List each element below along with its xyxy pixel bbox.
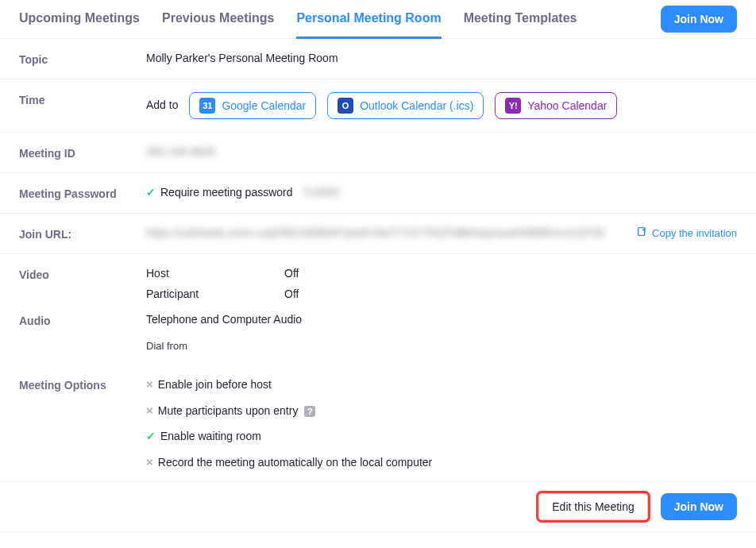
option-waiting-room: Enable waiting room <box>146 430 737 442</box>
label-meeting-id: Meeting ID <box>19 145 146 160</box>
tab-previous-meetings[interactable]: Previous Meetings <box>162 0 274 39</box>
value-join-url: https://us04web.zoom.us/j/3551958635?pwd… <box>146 226 637 239</box>
label-meeting-password: Meeting Password <box>19 186 146 200</box>
share-icon <box>637 226 647 239</box>
check-icon <box>146 186 160 199</box>
copy-invitation-link[interactable]: Copy the invitation <box>637 226 737 239</box>
video-host-value: Off <box>284 267 299 280</box>
outlook-calendar-label: Outlook Calendar (.ics) <box>360 99 473 112</box>
row-meeting-id: Meeting ID 355-195-8635 <box>0 133 756 173</box>
join-now-button-bottom[interactable]: Join Now <box>661 493 737 520</box>
video-host: Host Off <box>146 267 737 280</box>
tab-personal-meeting-room[interactable]: Personal Meeting Room <box>296 0 441 39</box>
meeting-id-text: 355-195-8635 <box>146 145 215 158</box>
value-time: Add to 31 Google Calendar O Outlook Cale… <box>146 92 737 119</box>
question-icon[interactable]: ? <box>304 406 315 417</box>
yahoo-calendar-button[interactable]: Y! Yahoo Calendar <box>495 92 617 119</box>
tabs: Upcoming Meetings Previous Meetings Pers… <box>19 0 661 38</box>
join-url-text: https://us04web.zoom.us/j/3551958635?pwd… <box>146 226 604 239</box>
dial-from: Dial from <box>146 340 737 352</box>
row-audio: Audio Telephone and Computer Audio Dial … <box>0 305 756 365</box>
google-calendar-icon: 31 <box>199 98 215 114</box>
password-text: 714950 <box>302 186 339 199</box>
value-meeting-password: Require meeting password 714950 <box>146 186 737 199</box>
x-icon <box>146 456 158 469</box>
label-time: Time <box>19 92 146 106</box>
video-participant-label: Participant <box>146 288 284 300</box>
value-meeting-options: Enable join before host Mute participant… <box>146 377 737 469</box>
yahoo-calendar-label: Yahoo Calendar <box>527 99 607 112</box>
join-now-button-top[interactable]: Join Now <box>661 6 737 33</box>
option-join-before-host-label: Enable join before host <box>158 378 272 391</box>
google-calendar-button[interactable]: 31 Google Calendar <box>189 92 316 119</box>
option-waiting-room-label: Enable waiting room <box>160 430 261 442</box>
video-participant-value: Off <box>284 288 299 300</box>
value-topic: Molly Parker's Personal Meeting Room <box>146 52 737 64</box>
audio-value: Telephone and Computer Audio <box>146 313 737 326</box>
option-mute-on-entry: Mute participants upon entry ? <box>146 403 737 417</box>
label-video: Video <box>19 267 146 281</box>
yahoo-calendar-icon: Y! <box>505 98 521 114</box>
video-participant: Participant Off <box>146 288 737 300</box>
outlook-calendar-icon: O <box>338 98 353 114</box>
x-icon <box>146 378 158 391</box>
copy-invitation-label: Copy the invitation <box>652 227 737 239</box>
label-meeting-options: Meeting Options <box>19 377 146 392</box>
option-join-before-host: Enable join before host <box>146 377 737 391</box>
outlook-calendar-button[interactable]: O Outlook Calendar (.ics) <box>327 92 484 119</box>
x-icon <box>146 404 158 417</box>
footer: Edit this Meeting Join Now <box>0 482 756 532</box>
option-record-local: Record the meeting automatically on the … <box>146 455 737 469</box>
row-video: Video Host Off Participant Off <box>0 254 756 305</box>
tabs-bar: Upcoming Meetings Previous Meetings Pers… <box>0 0 756 39</box>
edit-this-meeting-button[interactable]: Edit this Meeting <box>538 493 648 520</box>
value-video: Host Off Participant Off <box>146 267 737 300</box>
video-host-label: Host <box>146 267 284 280</box>
value-audio: Telephone and Computer Audio Dial from <box>146 313 737 352</box>
value-meeting-id: 355-195-8635 <box>146 145 737 158</box>
check-icon <box>146 430 160 442</box>
option-mute-on-entry-label: Mute participants upon entry <box>158 404 299 417</box>
google-calendar-label: Google Calendar <box>222 99 306 112</box>
addto-label: Add to <box>146 98 178 111</box>
row-topic: Topic Molly Parker's Personal Meeting Ro… <box>0 39 756 79</box>
tab-meeting-templates[interactable]: Meeting Templates <box>464 0 577 39</box>
require-password-text: Require meeting password <box>160 186 293 199</box>
label-audio: Audio <box>19 313 146 327</box>
row-meeting-password: Meeting Password Require meeting passwor… <box>0 173 756 214</box>
row-time: Time Add to 31 Google Calendar O Outlook… <box>0 79 756 133</box>
row-meeting-options: Meeting Options Enable join before host … <box>0 365 756 482</box>
tab-upcoming-meetings[interactable]: Upcoming Meetings <box>19 0 140 39</box>
label-join-url: Join URL: <box>19 226 146 241</box>
option-record-local-label: Record the meeting automatically on the … <box>158 456 433 469</box>
row-join-url: Join URL: https://us04web.zoom.us/j/3551… <box>0 214 756 254</box>
label-topic: Topic <box>19 52 146 66</box>
